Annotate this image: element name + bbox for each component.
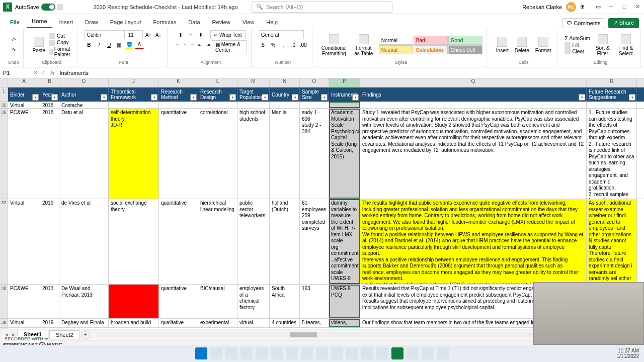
taskbar-app-12[interactable] — [422, 347, 434, 359]
sheet-tab-2[interactable]: Sheet2 — [49, 330, 80, 339]
tab-file[interactable]: File — [5, 16, 25, 28]
close-icon[interactable]: ✕ — [634, 4, 641, 10]
copy-button[interactable]: Copy — [49, 40, 73, 46]
taskbar-app-2[interactable] — [256, 347, 268, 359]
cell-R[interactable]: As such, additional resear examine wheth… — [587, 199, 637, 284]
filter-header-P[interactable]: Instruments▾ — [329, 87, 360, 102]
tab-data[interactable]: Data — [183, 16, 205, 28]
font-name-select[interactable] — [85, 30, 125, 39]
cell-J[interactable] — [109, 285, 159, 318]
cell-K[interactable]: quantitative — [159, 199, 198, 284]
row-header-36[interactable]: 36 — [0, 109, 8, 199]
tab-insert[interactable]: Insert — [54, 16, 78, 28]
wrap-text-button[interactable]: ↵Wrap Text — [210, 30, 246, 39]
enter-formula-icon[interactable]: ✓ — [41, 69, 45, 76]
filter-header-A[interactable]: Binder▾ — [8, 87, 40, 102]
cell-O[interactable]: 61 employees 259 completed surveys — [300, 199, 329, 284]
cell-R[interactable] — [587, 102, 637, 108]
decrease-decimal-icon[interactable]: .00 — [299, 40, 308, 49]
cell-D[interactable]: de Vries et al — [59, 199, 109, 284]
filter-header-J[interactable]: Theoretical Framework▾ — [109, 87, 159, 102]
clear-button[interactable]: Clear — [565, 48, 590, 54]
share-button[interactable]: ↗ Share — [608, 18, 639, 28]
start-icon[interactable] — [195, 347, 207, 359]
merge-center-button[interactable]: ▦ Merge & Center — [212, 40, 247, 54]
comments-button[interactable]: 🗨 Comments — [562, 18, 605, 28]
border-button[interactable]: ▦ — [115, 40, 124, 49]
tab-draw[interactable]: Draw — [80, 16, 103, 28]
style-good[interactable]: Good — [448, 36, 482, 45]
user-avatar[interactable]: RC — [566, 2, 576, 12]
document-title[interactable]: 2020 Reading Schedule-Checklist - Last M… — [94, 4, 238, 10]
row-header-38[interactable]: 38 — [0, 285, 8, 319]
number-format-select[interactable] — [259, 30, 304, 39]
taskbar-app-6[interactable] — [316, 347, 328, 359]
cell-Q[interactable] — [360, 102, 587, 108]
globe-icon[interactable]: ⊕ — [580, 4, 585, 10]
cell-B[interactable]: 2019 — [40, 199, 59, 284]
filter-button-Q[interactable]: ▾ — [579, 94, 585, 101]
cell-L[interactable] — [198, 102, 237, 108]
select-all-corner[interactable] — [0, 78, 8, 87]
cell-K[interactable]: quantitative — [159, 285, 198, 318]
system-clock[interactable]: 11:37 AM 1/11/2022 — [617, 348, 639, 359]
cell-A[interactable]: Virtual — [8, 319, 40, 327]
undo-icon[interactable]: ↶ — [9, 36, 18, 45]
filter-header-D[interactable]: Author▾ — [59, 87, 109, 102]
minimize-icon[interactable]: ─ — [608, 4, 615, 10]
formula-bar[interactable]: Instruments — [57, 70, 644, 76]
filter-button-P[interactable]: ▾ — [352, 94, 359, 101]
column-header-K[interactable]: K — [159, 78, 198, 87]
fx-icon[interactable]: fx — [48, 70, 57, 76]
cell-M[interactable]: public sector teleworkers — [237, 199, 270, 284]
taskbar-app-7[interactable] — [331, 347, 343, 359]
taskbar-app-8[interactable] — [346, 347, 358, 359]
cell-O[interactable] — [300, 102, 329, 108]
column-header-J[interactable]: J — [109, 78, 159, 87]
row-header-35[interactable]: 35 — [0, 102, 8, 109]
font-color-button[interactable]: A — [135, 40, 144, 49]
taskbar-app-5[interactable] — [301, 347, 313, 359]
filter-button-D[interactable]: ▾ — [101, 94, 107, 101]
cell-P[interactable] — [329, 102, 360, 108]
underline-button[interactable]: U — [105, 40, 114, 49]
cell-N[interactable]: Manila — [270, 109, 300, 199]
filter-header-L[interactable]: Research Design▾ — [198, 87, 237, 102]
cell-B[interactable]: 2018 — [40, 102, 59, 108]
user-name[interactable]: Rebekah Clarke — [522, 4, 562, 10]
cell-J[interactable]: self-determination theory JD-R — [109, 109, 159, 199]
filter-button-J[interactable]: ▾ — [151, 94, 157, 101]
taskbar-app-1[interactable] — [240, 347, 253, 359]
column-header-R[interactable]: R — [587, 78, 637, 87]
cell-P[interactable]: videos, essays, interviews, field — [329, 319, 360, 327]
cell-N[interactable]: 4 countries — [270, 319, 300, 327]
redo-icon[interactable]: ↷ — [9, 46, 18, 55]
decrease-font-icon[interactable]: A↓ — [154, 30, 163, 39]
column-header-O[interactable]: O — [300, 78, 329, 87]
tab-page-layout[interactable]: Page Layout — [105, 16, 146, 28]
cell-M[interactable]: high school students — [237, 109, 270, 199]
filter-header-M[interactable]: Target Population▾ — [237, 87, 270, 102]
filter-button-L[interactable]: ▾ — [229, 94, 236, 101]
cell-M[interactable]: virtual project teams — [237, 319, 270, 327]
column-header-Q[interactable]: Q — [360, 78, 587, 87]
filter-header-R[interactable]: Future Research Suggestions▾ — [587, 87, 637, 102]
name-box[interactable]: P1 — [0, 67, 30, 78]
format-as-table-button[interactable]: Format as Table — [351, 33, 377, 57]
filter-button-N[interactable]: ▾ — [292, 94, 298, 101]
cell-styles-gallery[interactable]: Normal Bad Good Neutral Calculation Chec… — [379, 36, 482, 54]
cell-P[interactable]: UWES-9 PCQ — [329, 285, 360, 318]
filter-button-O[interactable]: ▾ — [321, 94, 328, 101]
cell-J[interactable]: broaden and build — [109, 319, 159, 327]
align-bottom-icon[interactable]: ⬇ — [196, 30, 205, 39]
fill-button[interactable]: Fill — [565, 42, 590, 48]
taskbar-app-13[interactable] — [437, 347, 449, 359]
row-header-1[interactable]: 1 — [0, 87, 8, 102]
percent-icon[interactable]: % — [269, 40, 278, 49]
filter-header-Q[interactable]: Findings▾ — [360, 87, 587, 102]
align-top-icon[interactable]: ⬆ — [176, 30, 185, 39]
cell-R[interactable]: 1. Future studies can address testing th… — [587, 109, 637, 199]
filter-header-O[interactable]: Sample Size▾ — [300, 87, 329, 102]
cell-M[interactable]: employees of a chemical factory — [237, 285, 270, 318]
row-header-39[interactable]: 39 — [0, 319, 8, 328]
